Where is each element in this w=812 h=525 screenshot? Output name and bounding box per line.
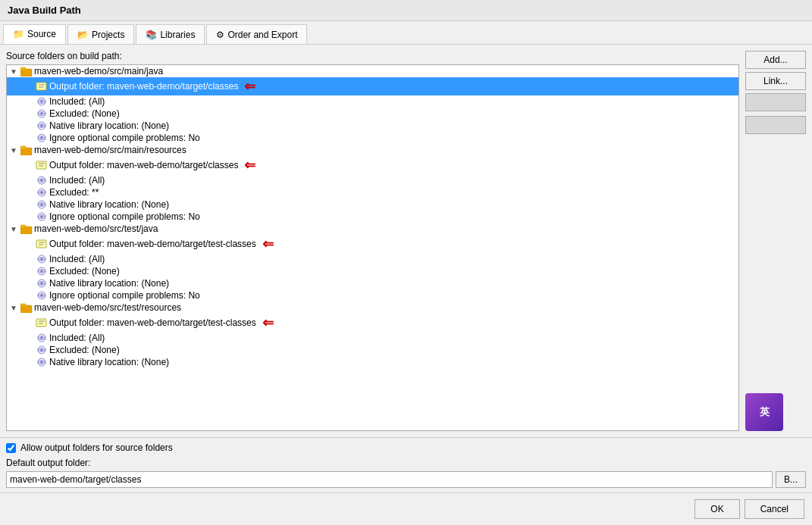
tree-node-icon <box>36 199 48 210</box>
tree-item[interactable]: Native library location: (None) <box>7 277 738 289</box>
tree-item[interactable]: Excluded: ** <box>7 186 738 198</box>
output-folder-row: B... <box>6 471 806 488</box>
default-output-label: Default output folder: <box>6 458 806 468</box>
tab-projects[interactable]: 📂 Projects <box>67 24 134 44</box>
bottom-panel: Allow output folders for source folders … <box>0 437 812 492</box>
tree-item[interactable]: Excluded: (None) <box>7 265 738 277</box>
tree-node-icon <box>36 357 48 367</box>
side-button-panel: Add... Link... 英 <box>745 51 806 431</box>
tree-item[interactable]: Ignore optional compile problems: No <box>7 132 738 144</box>
tree-item-label: Excluded: (None) <box>49 108 120 119</box>
placeholder-button-2 <box>745 116 806 134</box>
tree-item-label: Excluded: (None) <box>49 266 120 277</box>
tree-item-label: Output folder: maven-web-demo/target/cla… <box>49 81 238 92</box>
cancel-button[interactable]: Cancel <box>745 499 804 519</box>
tree-node-icon <box>36 266 48 277</box>
tree-item[interactable]: Output folder: maven-web-demo/target/cla… <box>7 156 738 174</box>
tree-toggle-icon: ▼ <box>10 67 20 76</box>
order-tab-icon: ⚙ <box>216 30 224 40</box>
add-folder-button[interactable]: Add... <box>745 51 806 69</box>
tree-item[interactable]: ▼maven-web-demo/src/main/resources <box>7 144 738 156</box>
tree-item[interactable]: ▼maven-web-demo/src/test/resources <box>7 302 738 314</box>
tree-item[interactable]: Included: (All) <box>7 332 738 344</box>
link-source-button[interactable]: Link... <box>745 72 806 90</box>
language-toolbar: 英 <box>745 393 783 431</box>
tree-node-icon <box>20 223 33 234</box>
tree-item-label: Included: (All) <box>49 175 105 186</box>
source-folders-tree[interactable]: ▼maven-web-demo/src/main/javaOutput fold… <box>6 64 739 431</box>
svg-rect-43 <box>20 225 26 228</box>
tree-item-label: Ignore optional compile problems: No <box>49 211 200 222</box>
ok-button[interactable]: OK <box>694 499 739 519</box>
browse-output-button[interactable]: B... <box>776 471 806 488</box>
order-tab-label: Order and Export <box>227 30 297 40</box>
libraries-tab-icon: 📚 <box>146 30 157 40</box>
tree-item-label: Ignore optional compile problems: No <box>49 290 200 301</box>
tree-node-icon <box>36 254 48 264</box>
tree-item-label: Excluded: (None) <box>49 345 120 355</box>
tree-node-icon <box>36 290 48 301</box>
tree-item[interactable]: ▼maven-web-demo/src/main/java <box>7 65 738 77</box>
tree-node-icon <box>36 175 48 186</box>
arrow-annotation: ⇐ <box>244 78 256 95</box>
tree-item[interactable]: Native library location: (None) <box>7 356 738 368</box>
tree-node-icon <box>20 145 33 155</box>
tree-item[interactable]: ▼maven-web-demo/src/test/java <box>7 223 738 235</box>
tree-item[interactable]: Native library location: (None) <box>7 120 738 132</box>
svg-rect-64 <box>20 304 26 307</box>
source-panel: Source folders on build path: ▼maven-web… <box>6 51 739 431</box>
svg-rect-23 <box>36 161 46 169</box>
allow-output-label: Allow output folders for source folders <box>20 442 173 453</box>
source-folders-label: Source folders on build path: <box>6 51 739 61</box>
placeholder-button-1 <box>745 93 806 111</box>
tree-node-icon <box>36 333 48 343</box>
allow-output-checkbox[interactable] <box>6 443 16 453</box>
source-tab-label: Source <box>27 29 56 39</box>
tree-item-label: Native library location: (None) <box>49 278 169 289</box>
tree-node-icon <box>36 345 48 355</box>
tree-item[interactable]: Ignore optional compile problems: No <box>7 211 738 223</box>
tree-item-label: Native library location: (None) <box>49 357 169 367</box>
tree-item[interactable]: Included: (All) <box>7 253 738 265</box>
tree-item-label: Output folder: maven-web-demo/target/tes… <box>49 317 256 328</box>
tree-node-icon <box>36 239 48 249</box>
tree-node-icon <box>20 66 33 77</box>
tree-item[interactable]: Output folder: maven-web-demo/target/cla… <box>7 77 738 95</box>
arrow-annotation: ⇐ <box>262 236 274 252</box>
output-folder-input[interactable] <box>6 471 773 488</box>
tab-source[interactable]: 📁 Source <box>3 24 66 44</box>
allow-output-row: Allow output folders for source folders <box>6 442 806 453</box>
tree-item[interactable]: Output folder: maven-web-demo/target/tes… <box>7 314 738 332</box>
tab-order-export[interactable]: ⚙ Order and Export <box>206 24 307 44</box>
tree-item[interactable]: Excluded: (None) <box>7 344 738 356</box>
tree-item-label: maven-web-demo/src/test/java <box>34 223 158 234</box>
tree-item-label: Native library location: (None) <box>49 120 169 131</box>
tree-item-label: Included: (All) <box>49 333 105 343</box>
java-build-path-dialog: Java Build Path 📁 Source 📂 Projects 📚 Li… <box>0 0 812 525</box>
tree-item-label: Excluded: ** <box>49 187 99 198</box>
tree-item[interactable]: Ignore optional compile problems: No <box>7 289 738 302</box>
tree-item-label: maven-web-demo/src/test/resources <box>34 302 181 313</box>
tree-item[interactable]: Included: (All) <box>7 174 738 186</box>
tab-bar: 📁 Source 📂 Projects 📚 Libraries ⚙ Order … <box>0 21 812 45</box>
tree-node-icon <box>36 317 48 328</box>
tree-node-icon <box>36 187 48 198</box>
dialog-title: Java Build Path <box>8 5 81 16</box>
tree-node-icon <box>36 278 48 289</box>
tree-item[interactable]: Native library location: (None) <box>7 198 738 211</box>
tree-item[interactable]: Excluded: (None) <box>7 108 738 120</box>
tree-node-icon <box>36 120 48 131</box>
dialog-footer: OK Cancel <box>0 492 812 525</box>
tree-toggle-icon: ▼ <box>10 225 20 233</box>
tree-item[interactable]: Included: (All) <box>7 95 738 108</box>
tree-node-icon <box>36 81 48 92</box>
projects-tab-label: Projects <box>92 30 124 40</box>
svg-rect-1 <box>20 67 26 70</box>
svg-rect-22 <box>20 146 26 149</box>
source-tab-icon: 📁 <box>13 29 24 39</box>
arrow-annotation: ⇐ <box>262 314 274 331</box>
title-bar: Java Build Path <box>0 0 812 21</box>
tab-libraries[interactable]: 📚 Libraries <box>136 24 205 44</box>
libraries-tab-label: Libraries <box>160 30 195 40</box>
tree-item[interactable]: Output folder: maven-web-demo/target/tes… <box>7 235 738 253</box>
